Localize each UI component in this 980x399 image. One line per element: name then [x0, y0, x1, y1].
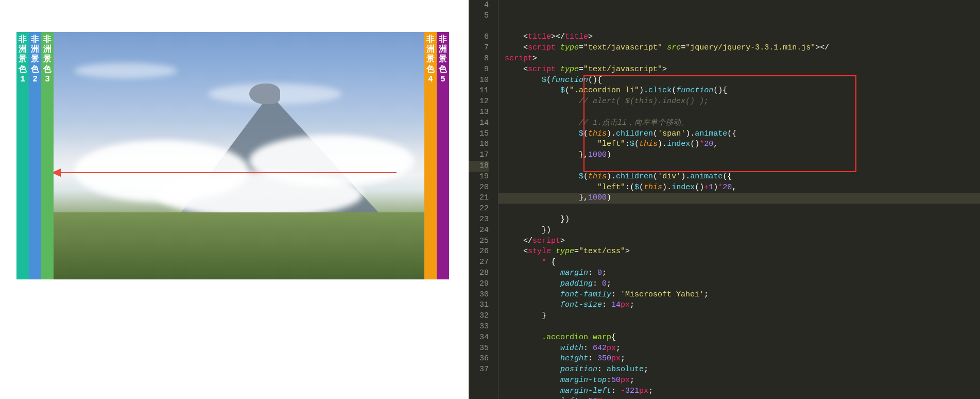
line-number-gutter: 4567891011121314151617181920212223242526…: [469, 0, 498, 399]
code-editor[interactable]: 4567891011121314151617181920212223242526…: [469, 0, 980, 399]
code-line[interactable]: .accordion_warp{: [505, 332, 980, 343]
line-number: 21: [469, 193, 489, 204]
line-number: 15: [469, 129, 489, 140]
line-number: 14: [469, 118, 489, 129]
code-line[interactable]: <style type="text/css">: [505, 246, 980, 257]
mountain-peak-decor: [249, 84, 280, 104]
code-line[interactable]: font-family: 'Miscrosoft Yahei';: [505, 290, 980, 301]
code-line[interactable]: },1000): [505, 150, 980, 161]
line-number: 31: [469, 300, 489, 311]
code-line[interactable]: <script type="text/javascript" src="jque…: [505, 43, 980, 54]
line-number: 26: [469, 246, 489, 257]
code-line[interactable]: padding: 0;: [505, 279, 980, 290]
code-line[interactable]: script>: [505, 54, 980, 64]
code-line[interactable]: }): [505, 214, 980, 225]
line-number: 12: [469, 96, 489, 107]
accordion-tab-5[interactable]: 非洲景色5: [437, 32, 449, 279]
line-number: 17: [469, 150, 489, 161]
line-number: 19: [469, 172, 489, 182]
grass-decor: [54, 212, 424, 279]
code-line[interactable]: [505, 107, 980, 118]
code-line[interactable]: // 1.点击li，向左单个移动。: [505, 118, 980, 129]
accordion-widget: 非洲景色1非洲景色2非洲景色3非洲景色4非洲景色5: [16, 32, 444, 279]
line-number: 7: [469, 43, 489, 54]
line-number: 29: [469, 279, 489, 290]
code-line[interactable]: "left":($(this).index()+1)*20,: [505, 182, 980, 193]
line-number: 18: [469, 161, 489, 172]
code-line[interactable]: [505, 322, 980, 332]
line-number: 11: [469, 86, 489, 96]
line-number: 5: [469, 11, 489, 22]
code-line[interactable]: left: 50%;: [505, 396, 980, 399]
code-line[interactable]: width: 642px;: [505, 343, 980, 354]
code-line[interactable]: [505, 161, 980, 172]
code-line[interactable]: // alert( $(this).index() );: [505, 96, 980, 107]
line-number: 8: [469, 54, 489, 64]
line-number: 34: [469, 332, 489, 343]
code-line[interactable]: <script type="text/javascript">: [505, 64, 980, 75]
code-line[interactable]: "left":$(this).index()*20,: [505, 139, 980, 150]
line-number: 23: [469, 214, 489, 225]
line-number: 4: [469, 0, 489, 11]
accordion-tab-3[interactable]: 非洲景色3: [41, 32, 54, 279]
code-line[interactable]: * {: [505, 257, 980, 268]
line-number: 25: [469, 236, 489, 247]
code-line[interactable]: [505, 204, 980, 214]
code-line[interactable]: }): [505, 225, 980, 236]
line-number: 27: [469, 257, 489, 268]
line-number: 10: [469, 75, 489, 86]
code-line[interactable]: }: [505, 311, 980, 322]
line-number: 20: [469, 182, 489, 193]
code-line[interactable]: <title></title>: [505, 32, 980, 43]
line-number: 9: [469, 64, 489, 75]
accordion-tab-1[interactable]: 非洲景色1: [16, 32, 29, 279]
line-number: 22: [469, 204, 489, 214]
line-number: 13: [469, 107, 489, 118]
line-number: 30: [469, 290, 489, 301]
code-line[interactable]: $(function(){: [505, 75, 980, 86]
line-number: 16: [469, 139, 489, 150]
code-line[interactable]: font-size: 14px;: [505, 300, 980, 311]
code-line[interactable]: $(".accordion li").click(function(){: [505, 86, 980, 96]
line-number: 6: [469, 32, 489, 43]
accordion-tab-4[interactable]: 非洲景色4: [424, 32, 437, 279]
line-number: 37: [469, 364, 489, 375]
code-line[interactable]: margin-top:50px;: [505, 375, 980, 386]
line-number: [469, 22, 489, 32]
line-number: 35: [469, 343, 489, 354]
cloud-decor: [74, 63, 177, 78]
code-line[interactable]: </script>: [505, 236, 980, 247]
cloud-decor: [157, 171, 363, 218]
accordion-tab-2[interactable]: 非洲景色2: [29, 32, 41, 279]
code-line[interactable]: margin: 0;: [505, 268, 980, 279]
code-line[interactable]: $(this).children('div').animate({: [505, 172, 980, 182]
code-line[interactable]: $(this).children('span').animate({: [505, 129, 980, 140]
code-line[interactable]: margin-left: -321px;: [505, 386, 980, 397]
code-line[interactable]: },1000): [498, 193, 980, 204]
code-line[interactable]: position: absolute;: [505, 364, 980, 375]
line-number: 33: [469, 322, 489, 332]
code-line[interactable]: height: 350px;: [505, 354, 980, 364]
line-number: 32: [469, 311, 489, 322]
code-body[interactable]: <title></title> <script type="text/javas…: [498, 0, 980, 399]
line-number: 36: [469, 354, 489, 364]
accordion-panel-image: [54, 32, 424, 279]
browser-preview: 非洲景色1非洲景色2非洲景色3非洲景色4非洲景色5: [0, 0, 463, 399]
line-number: 24: [469, 225, 489, 236]
line-number: 28: [469, 268, 489, 279]
annotation-arrow: [57, 172, 397, 173]
